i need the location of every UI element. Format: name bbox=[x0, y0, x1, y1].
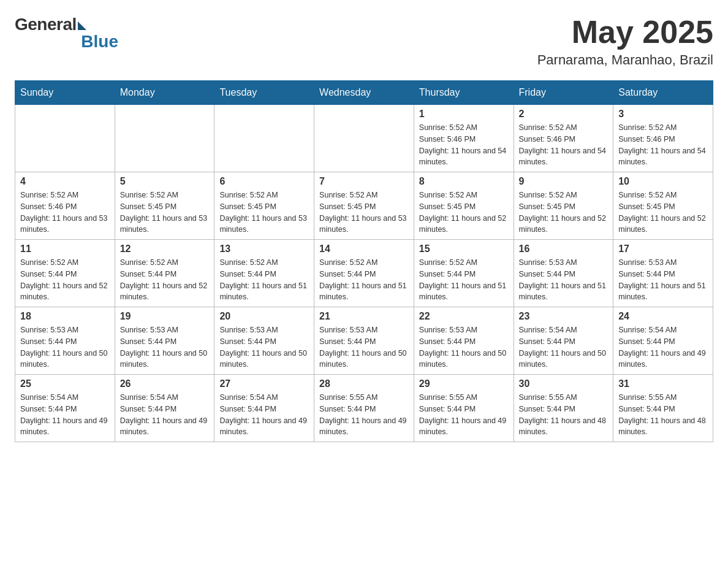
day-info: Sunrise: 5:53 AMSunset: 5:44 PMDaylight:… bbox=[519, 257, 609, 303]
calendar-week-row: 25Sunrise: 5:54 AMSunset: 5:44 PMDayligh… bbox=[15, 375, 713, 442]
day-number: 2 bbox=[519, 109, 609, 120]
day-info: Sunrise: 5:54 AMSunset: 5:44 PMDaylight:… bbox=[519, 324, 609, 370]
day-info: Sunrise: 5:54 AMSunset: 5:44 PMDaylight:… bbox=[120, 392, 210, 438]
day-info: Sunrise: 5:53 AMSunset: 5:44 PMDaylight:… bbox=[618, 257, 708, 303]
calendar-day-header: Friday bbox=[514, 81, 613, 105]
calendar-day-cell: 19Sunrise: 5:53 AMSunset: 5:44 PMDayligh… bbox=[115, 307, 214, 375]
day-number: 14 bbox=[319, 243, 409, 255]
day-number: 27 bbox=[219, 378, 309, 389]
logo: General General Blue bbox=[15, 15, 118, 52]
day-number: 4 bbox=[20, 176, 110, 187]
calendar-day-cell: 17Sunrise: 5:53 AMSunset: 5:44 PMDayligh… bbox=[613, 240, 713, 307]
day-info: Sunrise: 5:52 AMSunset: 5:44 PMDaylight:… bbox=[219, 257, 309, 303]
day-info: Sunrise: 5:52 AMSunset: 5:45 PMDaylight:… bbox=[519, 190, 609, 236]
month-title: May 2025 bbox=[537, 15, 713, 50]
location-title: Parnarama, Maranhao, Brazil bbox=[537, 52, 713, 68]
calendar-day-cell bbox=[314, 105, 414, 172]
calendar-day-cell: 22Sunrise: 5:53 AMSunset: 5:44 PMDayligh… bbox=[414, 307, 514, 375]
day-info: Sunrise: 5:55 AMSunset: 5:44 PMDaylight:… bbox=[618, 392, 708, 438]
day-info: Sunrise: 5:53 AMSunset: 5:44 PMDaylight:… bbox=[219, 324, 309, 370]
day-number: 13 bbox=[219, 243, 309, 255]
calendar-day-cell: 21Sunrise: 5:53 AMSunset: 5:44 PMDayligh… bbox=[314, 307, 414, 375]
day-number: 10 bbox=[618, 176, 708, 187]
calendar-day-header: Wednesday bbox=[314, 81, 414, 105]
calendar-day-cell: 23Sunrise: 5:54 AMSunset: 5:44 PMDayligh… bbox=[514, 307, 613, 375]
day-info: Sunrise: 5:52 AMSunset: 5:45 PMDaylight:… bbox=[419, 190, 509, 236]
day-info: Sunrise: 5:52 AMSunset: 5:46 PMDaylight:… bbox=[519, 122, 609, 168]
day-number: 9 bbox=[519, 176, 609, 187]
day-number: 11 bbox=[20, 243, 110, 255]
calendar-day-cell bbox=[214, 105, 314, 172]
calendar-day-header: Thursday bbox=[414, 81, 514, 105]
calendar-day-cell: 18Sunrise: 5:53 AMSunset: 5:44 PMDayligh… bbox=[15, 307, 115, 375]
calendar-day-header: Monday bbox=[115, 81, 214, 105]
calendar-day-cell: 30Sunrise: 5:55 AMSunset: 5:44 PMDayligh… bbox=[514, 375, 613, 442]
day-number: 22 bbox=[419, 311, 509, 322]
calendar-day-cell: 16Sunrise: 5:53 AMSunset: 5:44 PMDayligh… bbox=[514, 240, 613, 307]
day-info: Sunrise: 5:53 AMSunset: 5:44 PMDaylight:… bbox=[120, 324, 210, 370]
day-info: Sunrise: 5:52 AMSunset: 5:44 PMDaylight:… bbox=[120, 257, 210, 303]
calendar-day-cell: 6Sunrise: 5:52 AMSunset: 5:45 PMDaylight… bbox=[214, 172, 314, 240]
calendar-day-cell: 3Sunrise: 5:52 AMSunset: 5:46 PMDaylight… bbox=[613, 105, 713, 172]
calendar-day-cell: 27Sunrise: 5:54 AMSunset: 5:44 PMDayligh… bbox=[214, 375, 314, 442]
calendar-day-cell: 11Sunrise: 5:52 AMSunset: 5:44 PMDayligh… bbox=[15, 240, 115, 307]
day-number: 21 bbox=[319, 311, 409, 322]
day-info: Sunrise: 5:55 AMSunset: 5:44 PMDaylight:… bbox=[519, 392, 609, 438]
calendar-week-row: 11Sunrise: 5:52 AMSunset: 5:44 PMDayligh… bbox=[15, 240, 713, 307]
day-number: 23 bbox=[519, 311, 609, 322]
day-number: 12 bbox=[120, 243, 210, 255]
title-section: May 2025 Parnarama, Maranhao, Brazil bbox=[537, 15, 713, 68]
calendar-day-header: Sunday bbox=[15, 81, 115, 105]
day-number: 28 bbox=[319, 378, 409, 389]
calendar-day-cell: 15Sunrise: 5:52 AMSunset: 5:44 PMDayligh… bbox=[414, 240, 514, 307]
logo-arrow-icon bbox=[78, 21, 86, 30]
calendar-day-header: Saturday bbox=[613, 81, 713, 105]
calendar-day-cell: 25Sunrise: 5:54 AMSunset: 5:44 PMDayligh… bbox=[15, 375, 115, 442]
calendar-day-cell: 20Sunrise: 5:53 AMSunset: 5:44 PMDayligh… bbox=[214, 307, 314, 375]
day-number: 17 bbox=[618, 243, 708, 255]
day-number: 5 bbox=[120, 176, 210, 187]
calendar-day-cell: 31Sunrise: 5:55 AMSunset: 5:44 PMDayligh… bbox=[613, 375, 713, 442]
day-number: 1 bbox=[419, 109, 509, 120]
day-info: Sunrise: 5:52 AMSunset: 5:45 PMDaylight:… bbox=[319, 190, 409, 236]
day-info: Sunrise: 5:52 AMSunset: 5:44 PMDaylight:… bbox=[319, 257, 409, 303]
logo-blue-text: Blue bbox=[81, 32, 118, 52]
calendar-week-row: 1Sunrise: 5:52 AMSunset: 5:46 PMDaylight… bbox=[15, 105, 713, 172]
day-number: 26 bbox=[120, 378, 210, 389]
day-number: 6 bbox=[219, 176, 309, 187]
calendar-day-cell bbox=[115, 105, 214, 172]
day-info: Sunrise: 5:52 AMSunset: 5:45 PMDaylight:… bbox=[618, 190, 708, 236]
day-info: Sunrise: 5:55 AMSunset: 5:44 PMDaylight:… bbox=[319, 392, 409, 438]
calendar-week-row: 4Sunrise: 5:52 AMSunset: 5:46 PMDaylight… bbox=[15, 172, 713, 240]
day-info: Sunrise: 5:52 AMSunset: 5:45 PMDaylight:… bbox=[120, 190, 210, 236]
calendar-day-cell: 9Sunrise: 5:52 AMSunset: 5:45 PMDaylight… bbox=[514, 172, 613, 240]
calendar-day-cell: 13Sunrise: 5:52 AMSunset: 5:44 PMDayligh… bbox=[214, 240, 314, 307]
day-info: Sunrise: 5:52 AMSunset: 5:46 PMDaylight:… bbox=[419, 122, 509, 168]
day-info: Sunrise: 5:55 AMSunset: 5:44 PMDaylight:… bbox=[419, 392, 509, 438]
calendar-week-row: 18Sunrise: 5:53 AMSunset: 5:44 PMDayligh… bbox=[15, 307, 713, 375]
day-info: Sunrise: 5:52 AMSunset: 5:46 PMDaylight:… bbox=[618, 122, 708, 168]
day-number: 3 bbox=[618, 109, 708, 120]
day-number: 19 bbox=[120, 311, 210, 322]
calendar-day-cell: 1Sunrise: 5:52 AMSunset: 5:46 PMDaylight… bbox=[414, 105, 514, 172]
day-number: 30 bbox=[519, 378, 609, 389]
day-number: 29 bbox=[419, 378, 509, 389]
day-info: Sunrise: 5:52 AMSunset: 5:46 PMDaylight:… bbox=[20, 190, 110, 236]
day-number: 24 bbox=[618, 311, 708, 322]
day-info: Sunrise: 5:54 AMSunset: 5:44 PMDaylight:… bbox=[618, 324, 708, 370]
calendar-day-cell: 24Sunrise: 5:54 AMSunset: 5:44 PMDayligh… bbox=[613, 307, 713, 375]
day-info: Sunrise: 5:52 AMSunset: 5:45 PMDaylight:… bbox=[219, 190, 309, 236]
calendar-day-cell: 8Sunrise: 5:52 AMSunset: 5:45 PMDaylight… bbox=[414, 172, 514, 240]
day-number: 16 bbox=[519, 243, 609, 255]
day-number: 20 bbox=[219, 311, 309, 322]
calendar-day-cell: 5Sunrise: 5:52 AMSunset: 5:45 PMDaylight… bbox=[115, 172, 214, 240]
calendar-day-cell: 26Sunrise: 5:54 AMSunset: 5:44 PMDayligh… bbox=[115, 375, 214, 442]
day-info: Sunrise: 5:54 AMSunset: 5:44 PMDaylight:… bbox=[20, 392, 110, 438]
day-number: 31 bbox=[618, 378, 708, 389]
calendar-day-cell bbox=[15, 105, 115, 172]
day-info: Sunrise: 5:53 AMSunset: 5:44 PMDaylight:… bbox=[419, 324, 509, 370]
calendar-day-cell: 12Sunrise: 5:52 AMSunset: 5:44 PMDayligh… bbox=[115, 240, 214, 307]
calendar-day-cell: 29Sunrise: 5:55 AMSunset: 5:44 PMDayligh… bbox=[414, 375, 514, 442]
day-number: 15 bbox=[419, 243, 509, 255]
day-info: Sunrise: 5:53 AMSunset: 5:44 PMDaylight:… bbox=[20, 324, 110, 370]
